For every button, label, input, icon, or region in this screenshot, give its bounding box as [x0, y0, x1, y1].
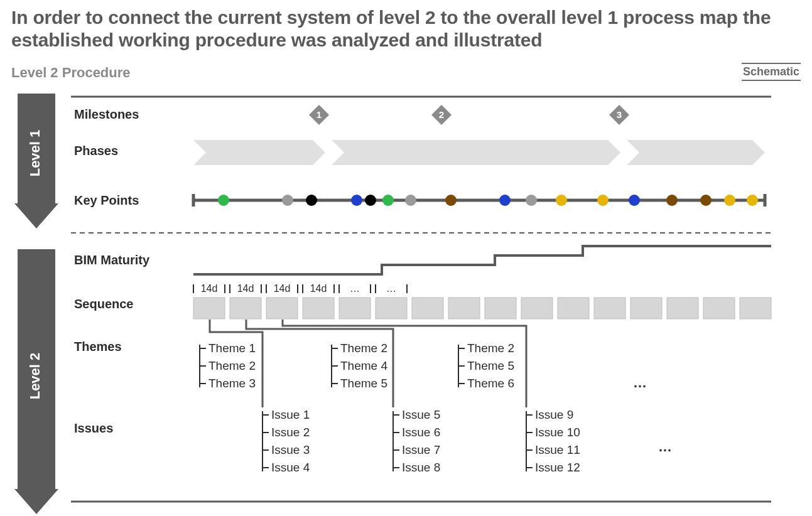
sequence-cell: [193, 298, 225, 319]
keypoint-dot: [597, 195, 609, 206]
issue-item: Issue 2: [271, 426, 310, 439]
sequence-cell: [521, 298, 553, 319]
keypoint-dot: [365, 195, 376, 206]
sequence-duration: …: [386, 283, 396, 294]
issue-item: Issue 4: [271, 461, 310, 474]
sequence-cell: [412, 298, 443, 319]
issue-item: Issue 10: [535, 426, 580, 439]
level2-arrow-label: Level 2: [27, 353, 43, 400]
sequence-duration: 14d: [201, 283, 218, 294]
theme-item: Theme 3: [208, 377, 256, 390]
sequence-cell: [303, 298, 334, 319]
label-bim: BIM Maturity: [74, 253, 150, 267]
sequence-cell: [266, 298, 298, 319]
theme-item: Theme 6: [467, 377, 514, 390]
theme-item: Theme 2: [467, 341, 514, 355]
issue-item: Issue 8: [402, 461, 440, 474]
keypoint-dot: [724, 195, 735, 206]
sequence-cell: [631, 298, 662, 319]
issue-item: Issue 1: [271, 408, 310, 421]
phase-arrows: [193, 140, 765, 165]
page-subtitle: Level 2 Procedure: [11, 65, 131, 81]
theme-item: Theme 2: [340, 341, 387, 355]
theme-item: Theme 5: [340, 377, 387, 390]
issue-item: Issue 5: [402, 408, 440, 421]
sequence-cell: [558, 298, 589, 319]
label-issues: Issues: [74, 421, 113, 435]
keypoints-track: [193, 194, 765, 207]
svg-marker-7: [627, 140, 765, 165]
keypoint-dot: [282, 195, 293, 206]
label-sequence: Sequence: [74, 297, 133, 311]
issues-ellipsis: …: [658, 439, 672, 454]
issue-item: Issue 11: [535, 443, 580, 456]
keypoint-dot: [382, 195, 394, 206]
milestone-label: 3: [617, 109, 622, 120]
themes-ellipsis: …: [633, 375, 647, 390]
issue-item: Issue 6: [402, 426, 440, 439]
svg-marker-5: [193, 140, 325, 165]
diagram-svg: Level 1 Level 2 Milestones Phases Key Po…: [11, 87, 801, 514]
theme-item: Theme 1: [208, 341, 256, 355]
theme-item: Theme 4: [340, 359, 387, 372]
keypoint-dot: [666, 195, 678, 206]
keypoint-dot: [218, 195, 229, 206]
sequence-duration: 14d: [310, 283, 327, 294]
milestone-label: 1: [317, 109, 322, 120]
schematic-label: Schematic: [742, 63, 801, 81]
issue-item: Issue 7: [402, 443, 440, 456]
sequence-duration: 14d: [237, 283, 254, 294]
issue-item: Issue 3: [271, 443, 310, 456]
keypoint-dot: [351, 195, 362, 206]
keypoint-dot: [526, 195, 537, 206]
theme-item: Theme 5: [467, 359, 514, 372]
issue-item: Issue 9: [535, 408, 573, 421]
sequence-cell: [740, 298, 771, 319]
keypoint-dot: [700, 195, 712, 206]
keypoint-dot: [747, 195, 758, 206]
sequence-cell: [376, 298, 407, 319]
sequence-cell: [703, 298, 735, 319]
milestone-label: 2: [439, 109, 444, 120]
theme-item: Theme 2: [208, 359, 256, 372]
sequence-cell: [594, 298, 625, 319]
sequence-cell: [230, 298, 261, 319]
page-title: In order to connect the current system o…: [11, 6, 801, 51]
sequence-cell: [448, 298, 480, 319]
level2-arrow: Level 2: [14, 249, 58, 514]
label-themes: Themes: [74, 340, 122, 353]
keypoint-dot: [499, 195, 511, 206]
sequence-cell: [339, 298, 371, 319]
keypoint-dot: [306, 195, 317, 206]
sequence-duration: 14d: [274, 283, 291, 294]
sequence-cell: [485, 298, 516, 319]
label-milestones: Milestones: [74, 107, 139, 121]
label-keypoints: Key Points: [74, 193, 139, 207]
level1-arrow: Level 1: [14, 94, 58, 228]
label-phases: Phases: [74, 144, 118, 158]
bim-stepline: [193, 246, 771, 274]
sequence-cell: [667, 298, 698, 319]
keypoint-dot: [405, 195, 416, 206]
keypoint-dot: [556, 195, 567, 206]
sequence-duration: …: [350, 283, 360, 294]
svg-marker-6: [332, 140, 620, 165]
level1-arrow-label: Level 1: [27, 130, 43, 177]
issue-item: Issue 12: [535, 461, 580, 474]
keypoint-dot: [629, 195, 640, 206]
keypoint-dot: [445, 195, 457, 206]
